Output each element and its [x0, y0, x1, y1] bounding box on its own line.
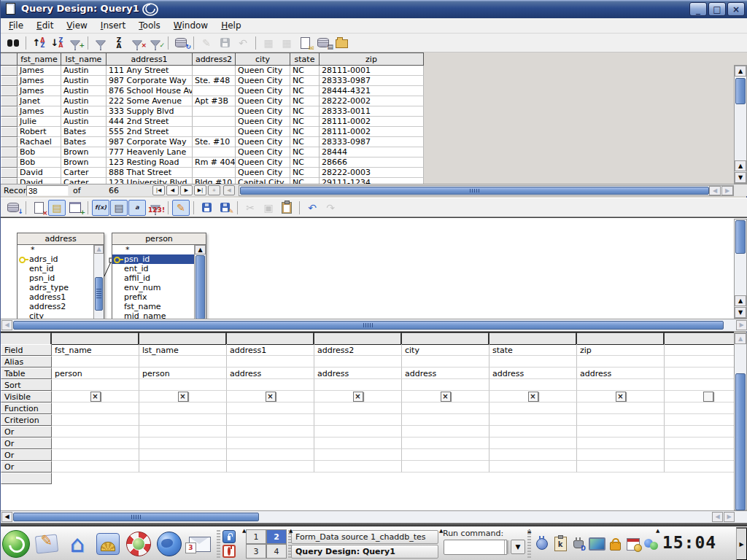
field-item-adrs_type[interactable]: adrs_type [18, 283, 94, 292]
open-folder-button[interactable] [333, 35, 350, 51]
first-record-button[interactable]: |◀ [152, 185, 165, 195]
grid-cell-or[interactable] [227, 449, 314, 461]
grid-cell-or[interactable] [577, 438, 665, 449]
grid-cell-or[interactable] [52, 426, 139, 438]
checkbox-checked[interactable]: × [266, 392, 276, 402]
grid-cell-table[interactable]: address [314, 368, 402, 379]
grid-cell-or[interactable] [314, 426, 402, 438]
grid-cell-visible[interactable]: × [139, 391, 227, 402]
grid-cell-function[interactable] [665, 402, 734, 414]
grid-cell-criterion[interactable] [314, 414, 402, 426]
grid-cell-visible[interactable]: × [577, 391, 665, 402]
grid-cell-or[interactable] [402, 449, 489, 461]
table-name-button[interactable]: ▤ [110, 200, 128, 216]
scrollbar-thumb[interactable] [240, 187, 709, 195]
field-item-env_num[interactable]: env_num [112, 283, 195, 292]
sort-ascending-button[interactable]: ↑AZ [30, 35, 47, 51]
row-header-stub[interactable] [1, 117, 18, 127]
table-row[interactable]: RobertBates555 2nd StreetQueen CityNC281… [1, 127, 425, 137]
field-item-mid_name[interactable]: mid_name [112, 311, 195, 319]
scroll-left-button[interactable]: ◀ [712, 512, 723, 522]
grid-cell-criterion[interactable] [227, 414, 314, 426]
checkbox-checked[interactable]: × [90, 392, 101, 402]
launcher-kontact-mail[interactable]: 3 [186, 530, 214, 558]
panel-hide-button[interactable]: ▶ [736, 527, 747, 560]
tray-korganizer[interactable] [624, 535, 642, 553]
scroll-left-button[interactable]: ◀ [223, 185, 235, 195]
menu-window[interactable]: Window [167, 19, 214, 32]
grid-cell-or[interactable] [227, 426, 314, 438]
remove-filter-button[interactable]: × [128, 35, 146, 51]
prev-record-button[interactable]: ◀ [166, 185, 179, 195]
maximize-button[interactable]: □ [708, 2, 726, 16]
scroll-up-button[interactable]: ▲ [735, 295, 746, 306]
column-header-city[interactable]: city [236, 52, 290, 66]
task-button-1[interactable]: Form_Data source 1_chaddb_tes [291, 530, 438, 544]
edit-button[interactable]: ✎ [172, 200, 190, 216]
applet-handle[interactable] [527, 530, 531, 558]
grid-cell-function[interactable] [52, 402, 139, 414]
grid-cell-or[interactable] [52, 461, 139, 472]
grid-cell-or[interactable] [314, 449, 402, 461]
grid-cell-visible[interactable]: × [52, 391, 139, 402]
grid-cell-alias[interactable] [52, 356, 139, 368]
table-box-person[interactable]: person *psn_ident_idaffil_idenv_numprefi… [112, 233, 206, 319]
grid-cell-sort[interactable] [227, 379, 314, 391]
field-item-psn_id[interactable]: psn_id [112, 254, 195, 264]
grid-cell-field[interactable] [665, 344, 734, 356]
close-button[interactable]: × [727, 2, 745, 16]
data-to-text-button[interactable]: ▤ [314, 35, 332, 51]
grid-cell-alias[interactable] [577, 356, 665, 368]
table-row[interactable]: JamesAustin987 Corporate WaySte. #48Quee… [1, 76, 425, 86]
launcher-desktop-shell[interactable] [94, 530, 122, 558]
taskbar-clock[interactable]: 15:04 [659, 533, 719, 555]
table-row[interactable]: JulieAustin444 2nd StreetQueen CityNC281… [1, 117, 425, 127]
column-header-fst_name[interactable]: fst_name [18, 52, 61, 66]
launcher-home-folder[interactable]: ⌂ [63, 530, 91, 558]
record-number-input[interactable] [26, 185, 69, 196]
run-command-input[interactable] [444, 540, 508, 555]
grid-cell-or[interactable] [402, 426, 489, 438]
table-row[interactable]: DavidCarter888 That StreetQueen CityNC28… [1, 168, 425, 178]
grid-column-header-5[interactable] [402, 332, 489, 345]
scrollbar-thumb[interactable] [735, 373, 746, 510]
grid-cell-field[interactable]: city [402, 344, 489, 356]
grid-column-header-4[interactable] [314, 332, 402, 345]
save-as-button[interactable]: ✎ [216, 200, 233, 216]
grid-cell-sort[interactable] [402, 379, 489, 391]
field-item-star[interactable]: * [18, 245, 94, 254]
grid-cell-or[interactable] [52, 438, 139, 449]
scrollbar-thumb[interactable] [196, 255, 205, 319]
grid-cell-or[interactable] [402, 461, 489, 472]
grid-cell-field[interactable]: address2 [314, 344, 402, 356]
table-box-title[interactable]: person [112, 233, 206, 245]
grid-cell-table[interactable]: person [52, 368, 139, 379]
checkbox-checked[interactable]: × [353, 392, 363, 402]
insert-rows-button[interactable]: ▦ [278, 35, 295, 51]
grid-column-header-7[interactable] [577, 332, 665, 345]
cut-button[interactable]: ✂ [241, 200, 259, 216]
grid-column-header-3[interactable] [227, 332, 314, 345]
insert-columns-button[interactable]: ▦ [260, 35, 277, 51]
menu-view[interactable]: View [60, 19, 93, 32]
row-header-stub[interactable] [1, 106, 18, 117]
grid-cell-visible[interactable]: × [314, 391, 402, 402]
minimize-button[interactable]: _ [689, 2, 707, 16]
grid-cell-or[interactable] [665, 449, 734, 461]
grid-cell-criterion[interactable] [577, 414, 665, 426]
autofilter-button[interactable]: + [66, 35, 84, 51]
grid-cell-sort[interactable] [665, 379, 734, 391]
table-box-scrollbar[interactable]: ▲ [93, 245, 104, 319]
alias-button[interactable]: a [128, 200, 146, 216]
row-header-stub[interactable] [1, 158, 18, 168]
paste-button[interactable] [278, 200, 295, 216]
copy-button[interactable]: ▣ [260, 200, 277, 216]
applet-handle[interactable] [217, 530, 220, 558]
row-header-stub[interactable] [1, 86, 18, 96]
grid-cell-function[interactable] [314, 402, 402, 414]
scroll-right-button[interactable]: ▶ [736, 320, 747, 330]
functions-button[interactable]: f(x) [92, 200, 109, 216]
standard-filter-button[interactable] [92, 35, 109, 51]
scrollbar-thumb[interactable] [95, 277, 103, 311]
table-box-title[interactable]: address [18, 233, 104, 245]
